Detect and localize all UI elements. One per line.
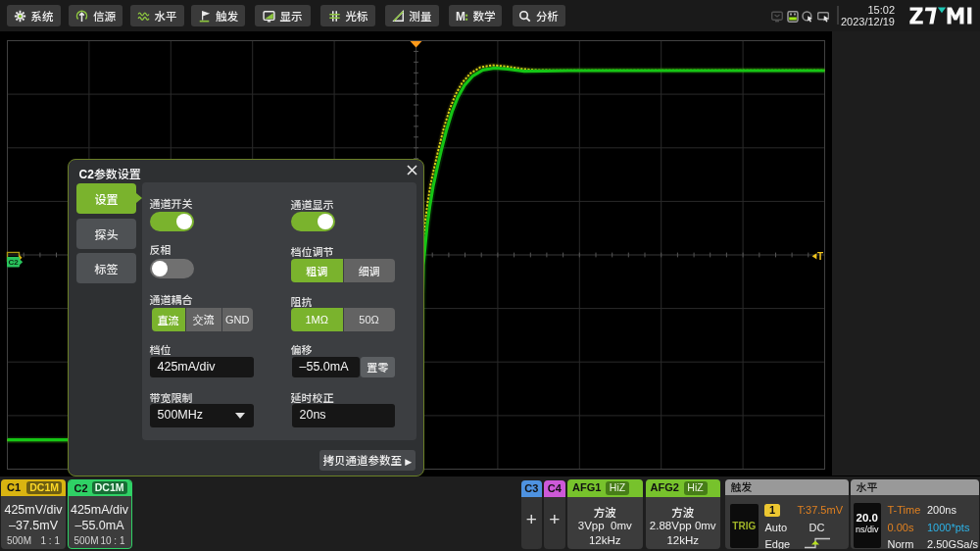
svg-text:C2: C2 — [8, 258, 19, 267]
svg-text:M: M — [456, 10, 466, 23]
svg-text:T: T — [817, 251, 823, 262]
